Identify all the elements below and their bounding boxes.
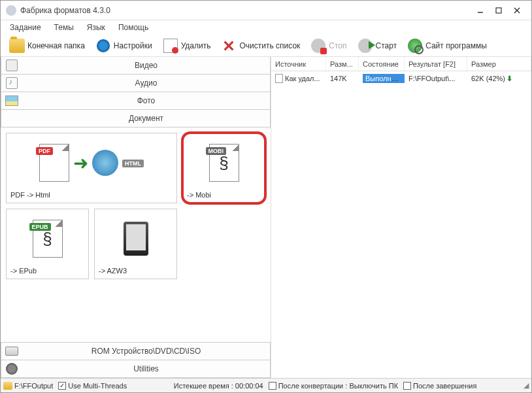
category-rom-label: ROM Устройство\DVD\CD\ISO <box>22 347 270 356</box>
td-state: Выполнено <box>359 73 405 84</box>
tile-azw3[interactable]: -> AZW3 <box>94 209 177 279</box>
folder-small-icon <box>3 382 12 390</box>
window-title: Фабрика форматов 4.3.0 <box>20 6 471 15</box>
settings-label: Настройки <box>114 41 152 50</box>
tile-pdf-html-label: PDF -> Html <box>10 188 173 199</box>
td-result: F:\FFOutput\... <box>405 73 467 84</box>
output-folder-label: Конечная папка <box>27 41 85 50</box>
site-label: Сайт программы <box>425 41 487 50</box>
category-document-label: Документ <box>22 114 270 123</box>
svg-rect-1 <box>496 8 501 13</box>
menu-themes[interactable]: Темы <box>49 22 79 33</box>
minimize-button[interactable] <box>471 4 490 17</box>
th-state[interactable]: Состояние <box>359 57 405 71</box>
menu-language[interactable]: Язык <box>82 22 110 33</box>
tile-mobi-label: -> Mobi <box>187 188 261 199</box>
td-size: 147K <box>326 73 359 84</box>
category-utilities[interactable]: Utilities <box>1 360 271 378</box>
clear-list-button[interactable]: Очистить список <box>216 37 305 55</box>
status-output-path-text: F:\FFOutput <box>14 382 53 390</box>
category-photo[interactable]: Фото <box>1 92 271 110</box>
th-outsize[interactable]: Размер <box>467 57 531 71</box>
start-label: Старт <box>376 41 397 50</box>
th-size[interactable]: Разм... <box>326 57 359 71</box>
arrow-icon: ➜ <box>73 152 88 174</box>
stop-label: Стоп <box>329 41 346 50</box>
drive-icon <box>1 347 22 356</box>
status-bar: F:\FFOutput Use Multi-Threads Истекшее в… <box>1 378 531 392</box>
document-tile-grid: PDF ➜ HTML PDF -> Html MOBI§ -> Mobi EP <box>1 128 271 343</box>
clear-icon <box>221 38 237 54</box>
elapsed-text: Истекшее время : 00:00:04 <box>174 382 263 390</box>
maximize-button[interactable] <box>490 4 508 17</box>
status-output-path[interactable]: F:\FFOutput <box>3 382 53 390</box>
after-convert-label: После конвертации : Выключить ПК <box>278 382 398 390</box>
delete-button[interactable]: Удалить <box>158 37 216 55</box>
category-audio[interactable]: Аудио <box>1 74 271 92</box>
settings-button[interactable]: Настройки <box>91 37 157 55</box>
delete-label: Удалить <box>181 41 211 50</box>
mobi-file-icon: MOBI§ <box>209 144 239 182</box>
app-icon <box>6 5 16 16</box>
right-pane: Источник Разм... Состояние Результат [F2… <box>271 57 531 378</box>
size-down-arrow-icon: ⬇ <box>507 75 512 83</box>
stop-icon <box>310 38 326 54</box>
site-button[interactable]: Сайт программы <box>403 37 491 55</box>
category-rom[interactable]: ROM Устройство\DVD\CD\ISO <box>1 342 271 360</box>
status-multithreads[interactable]: Use Multi-Threads <box>58 382 127 390</box>
category-video-label: Видео <box>22 61 270 70</box>
utilities-icon <box>1 363 22 375</box>
multithreads-checkbox[interactable] <box>58 382 66 390</box>
category-audio-label: Аудио <box>22 78 270 88</box>
table-row[interactable]: Как удал... 147K Выполнено F:\FFOutput\.… <box>271 71 531 86</box>
pdf-file-icon: PDF <box>39 144 69 182</box>
start-button[interactable]: Старт <box>353 37 402 55</box>
th-source[interactable]: Источник <box>271 57 326 71</box>
menu-task[interactable]: Задание <box>5 22 46 33</box>
category-video[interactable]: Видео <box>1 57 271 75</box>
tile-epub-art: EPUB§ <box>10 213 84 264</box>
video-icon <box>1 60 22 71</box>
category-photo-label: Фото <box>22 96 270 105</box>
tile-mobi-art: MOBI§ <box>187 137 261 188</box>
clear-list-label: Очистить список <box>239 41 300 50</box>
tile-pdf-html-art: PDF ➜ HTML <box>10 137 173 188</box>
folder-icon <box>9 38 25 54</box>
td-outsize-text: 62K (42%) <box>471 75 505 82</box>
td-source: Как удал... <box>271 73 326 84</box>
after-convert-checkbox[interactable] <box>269 382 276 390</box>
stop-button[interactable]: Стоп <box>306 37 351 55</box>
delete-icon <box>163 38 178 54</box>
tile-pdf-to-html[interactable]: PDF ➜ HTML PDF -> Html <box>6 133 177 203</box>
globe-search-icon <box>407 38 423 54</box>
resize-grip-icon[interactable]: ◢ <box>524 381 529 390</box>
tile-epub-label: -> EPub <box>10 264 84 275</box>
menu-bar: Задание Темы Язык Помощь <box>1 20 531 35</box>
audio-icon <box>1 77 22 89</box>
menu-help[interactable]: Помощь <box>113 22 154 33</box>
start-icon <box>357 38 373 54</box>
status-after-convert[interactable]: После конвертации : Выключить ПК <box>269 382 398 390</box>
output-folder-button[interactable]: Конечная папка <box>5 37 90 55</box>
after-finish-checkbox[interactable] <box>403 382 411 390</box>
category-document[interactable]: Документ <box>1 109 271 128</box>
toolbar: Конечная папка Настройки Удалить Очистит… <box>1 35 531 57</box>
td-outsize: 62K (42%) ⬇ <box>467 73 531 84</box>
td-source-text: Как удал... <box>285 75 320 82</box>
tile-azw3-art <box>99 213 173 264</box>
status-after-finish[interactable]: После завершения <box>403 382 476 390</box>
globe-icon <box>92 150 118 176</box>
main-area: Видео Аудио Фото Документ PDF ➜ <box>1 57 531 378</box>
gear-icon <box>95 38 111 54</box>
photo-icon <box>1 95 22 106</box>
task-table-header: Источник Разм... Состояние Результат [F2… <box>271 57 531 71</box>
status-elapsed: Истекшее время : 00:00:04 <box>174 382 263 390</box>
tile-epub[interactable]: EPUB§ -> EPub <box>6 209 89 279</box>
th-result[interactable]: Результат [F2] <box>405 57 467 71</box>
tile-mobi[interactable]: MOBI§ -> Mobi <box>182 133 265 203</box>
ereader-icon <box>124 222 148 256</box>
title-bar: Фабрика форматов 4.3.0 <box>1 1 531 20</box>
close-button[interactable] <box>508 4 526 17</box>
epub-file-icon: EPUB§ <box>33 220 63 258</box>
status-badge: Выполнено <box>363 74 405 83</box>
